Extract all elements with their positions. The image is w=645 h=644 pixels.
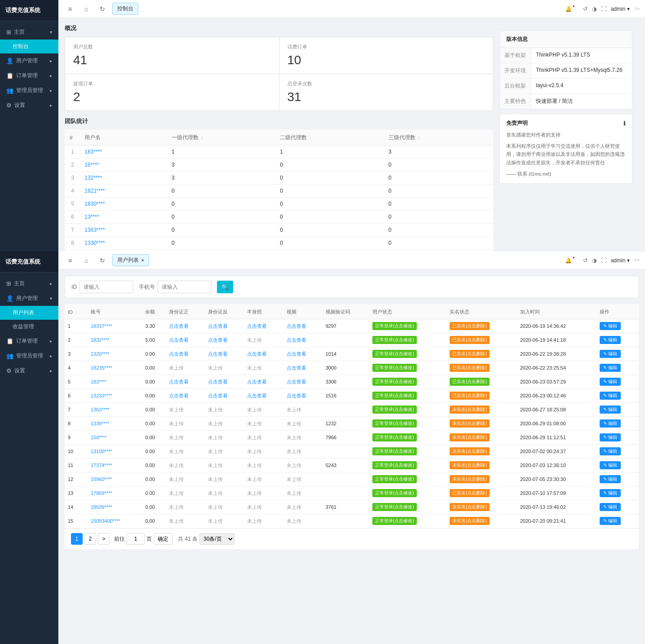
col-l2[interactable]: 二级代理数 ↕: [275, 130, 384, 146]
user-link[interactable]: 1830****: [84, 201, 105, 207]
edit-button[interactable]: ✎ 编辑: [600, 447, 621, 455]
home-button[interactable]: ⌂: [80, 3, 93, 15]
edit-button[interactable]: ✎ 编辑: [600, 378, 621, 386]
edit-button[interactable]: ✎ 编辑: [600, 503, 621, 511]
edit-button[interactable]: ✎ 编辑: [600, 392, 621, 400]
user-status-badge[interactable]: 正常登录(点击修改): [372, 517, 417, 525]
id-back-link[interactable]: 点击查看: [208, 393, 228, 398]
account-link[interactable]: 15960****: [91, 476, 112, 482]
menu-toggle-button[interactable]: ≡: [64, 3, 76, 15]
user-status-badge[interactable]: 正常登录(点击修改): [372, 364, 417, 372]
col-l3[interactable]: 三级代理数 ↕: [384, 130, 493, 146]
real-status-badge[interactable]: 未实名(点击删除): [450, 406, 490, 414]
account-link[interactable]: 18337****: [91, 323, 112, 329]
bell-icon[interactable]: 🔔: [565, 6, 572, 12]
id-back-link[interactable]: 点击查看: [208, 337, 228, 343]
account-link[interactable]: 18539****: [91, 504, 112, 510]
id-front-link[interactable]: 点击查看: [169, 379, 189, 384]
real-status-badge[interactable]: 未实名(点击删除): [450, 461, 490, 469]
bottom-refresh-button[interactable]: ↻: [96, 254, 109, 267]
user-link[interactable]: 1330****: [84, 240, 105, 246]
user-status-badge[interactable]: 正常登录(点击修改): [372, 489, 417, 497]
edit-button[interactable]: ✎ 编辑: [600, 489, 621, 497]
real-status-badge[interactable]: 已实名(点击删除): [450, 489, 490, 497]
account-link[interactable]: 1832****: [91, 337, 110, 343]
account-link[interactable]: 18235****: [91, 365, 112, 371]
half-photo-link[interactable]: 点击查看: [247, 351, 267, 357]
real-status-badge[interactable]: 未实名(点击删除): [450, 503, 490, 511]
half-photo-link[interactable]: 点击查看: [247, 323, 267, 329]
user-status-badge[interactable]: 正常登录(点击修改): [372, 433, 417, 441]
edit-button[interactable]: ✎ 编辑: [600, 419, 621, 428]
id-back-link[interactable]: 点击查看: [208, 351, 228, 357]
bottom-menu-button[interactable]: ≡: [64, 254, 76, 267]
real-status-badge[interactable]: 已实名(点击删除): [450, 378, 490, 386]
account-link[interactable]: 1320****: [91, 351, 110, 357]
bottom-bell-icon[interactable]: 🔔: [565, 257, 572, 264]
edit-button[interactable]: ✎ 编辑: [600, 336, 621, 344]
user-link[interactable]: 13****: [84, 214, 99, 220]
half-photo-link[interactable]: 点击查看: [247, 379, 267, 384]
user-status-badge[interactable]: 正常登录(点击修改): [372, 392, 417, 400]
bottom-sidebar-revenue[interactable]: 收益管理: [0, 320, 58, 334]
th-id[interactable]: ID ↕: [65, 305, 88, 319]
id-back-link[interactable]: 点击查看: [208, 379, 228, 384]
real-status-badge[interactable]: 未实名(点击删除): [450, 433, 490, 441]
real-status-badge[interactable]: 未实名(点击删除): [450, 475, 490, 483]
user-link[interactable]: 132****: [84, 175, 102, 181]
sidebar-item-settings[interactable]: ⚙ 设置 ▸: [0, 98, 58, 113]
user-status-badge[interactable]: 正常登录(点击修改): [372, 447, 417, 455]
sidebar-item-admin-mgmt[interactable]: 👥 管理员管理 ▸: [0, 83, 58, 98]
real-status-badge[interactable]: 未实名(点击删除): [450, 419, 490, 428]
user-link[interactable]: 1363****: [84, 227, 105, 233]
real-status-badge[interactable]: 已实名(点击删除): [450, 364, 490, 372]
expand-icon[interactable]: >>: [634, 6, 640, 11]
bottom-home-button[interactable]: ⌂: [80, 254, 93, 267]
page-jump-input[interactable]: [127, 533, 145, 545]
edit-button[interactable]: ✎ 编辑: [600, 461, 621, 469]
edit-button[interactable]: ✎ 编辑: [600, 433, 621, 441]
video-link[interactable]: 点击查看: [287, 365, 306, 371]
video-link[interactable]: 点击查看: [287, 379, 306, 384]
search-button[interactable]: 🔍: [217, 281, 233, 293]
col-l1[interactable]: 一级代理数 ↕: [167, 130, 275, 146]
bottom-theme-icon[interactable]: ◑: [592, 257, 596, 264]
bottom-sidebar-user-mgmt[interactable]: 👤 用户管理 ▾: [0, 291, 58, 306]
admin-menu-button[interactable]: admin ▾: [611, 6, 630, 12]
bottom-admin-menu-button[interactable]: admin ▾: [611, 257, 630, 264]
user-status-badge[interactable]: 正常登录(点击修改): [372, 475, 417, 483]
user-link[interactable]: 183****: [84, 149, 102, 155]
id-front-link[interactable]: 点击查看: [169, 393, 189, 398]
account-link[interactable]: 13100****: [91, 449, 112, 454]
sidebar-item-user-mgmt[interactable]: 👤 用户管理 ▸: [0, 53, 58, 68]
id-front-link[interactable]: 点击查看: [169, 351, 189, 357]
bottom-sidebar-order-mgmt[interactable]: 📋 订单管理 ▸: [0, 334, 58, 348]
account-link[interactable]: 183****: [91, 379, 106, 384]
page-2-button[interactable]: 2: [84, 533, 96, 545]
edit-button[interactable]: ✎ 编辑: [600, 475, 621, 483]
user-status-badge[interactable]: 正常登录(点击修改): [372, 378, 417, 386]
edit-button[interactable]: ✎ 编辑: [600, 322, 621, 330]
user-status-badge[interactable]: 正常登录(点击修改): [372, 461, 417, 469]
page-1-button[interactable]: 1: [71, 533, 83, 545]
real-status-badge[interactable]: 已实名(点击删除): [450, 322, 490, 330]
id-back-link[interactable]: 点击查看: [208, 323, 228, 329]
user-status-badge[interactable]: 正常登录(点击修改): [372, 419, 417, 428]
sidebar-item-console[interactable]: 控制台: [0, 40, 58, 53]
bottom-sidebar-admin-mgmt[interactable]: 👥 管理员管理 ▸: [0, 348, 58, 363]
sidebar-item-home[interactable]: ⊞ 主页 ▾: [0, 25, 58, 40]
bottom-reload-icon[interactable]: ↺: [583, 257, 588, 264]
user-link[interactable]: 1821****: [84, 188, 105, 194]
fullscreen-icon[interactable]: ⛶: [601, 6, 606, 12]
real-status-badge[interactable]: 未实名(点击删除): [450, 517, 490, 525]
close-tab-icon[interactable]: ×: [141, 257, 144, 264]
user-status-badge[interactable]: 正常登录(点击修改): [372, 336, 417, 344]
video-link[interactable]: 点击查看: [287, 323, 306, 329]
sidebar-item-order-mgmt[interactable]: 📋 订单管理 ▸: [0, 68, 58, 83]
user-link[interactable]: 16****: [84, 162, 99, 168]
account-link[interactable]: 17374****: [91, 463, 112, 468]
video-link[interactable]: 点击查看: [287, 393, 306, 398]
bottom-sidebar-home[interactable]: ⊞ 主页 ▸: [0, 276, 58, 291]
real-status-badge[interactable]: 已实名(点击删除): [450, 336, 490, 344]
user-status-badge[interactable]: 正常登录(点击修改): [372, 503, 417, 511]
